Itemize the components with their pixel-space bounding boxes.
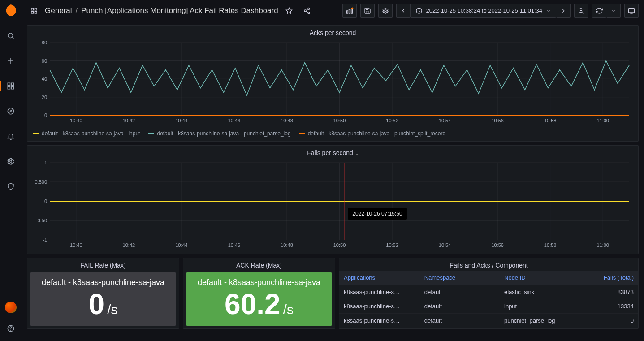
panel-ack-rate: ACK Rate (Max) default - k8saas-punchlin… — [183, 258, 335, 329]
search-icon[interactable] — [4, 29, 18, 43]
svg-text:-0.50: -0.50 — [36, 218, 47, 224]
add-panel-button[interactable] — [342, 4, 357, 18]
table-row[interactable]: k8saas-punchline-s…defaultpunchlet_parse… — [339, 313, 638, 328]
svg-text:10:52: 10:52 — [386, 118, 398, 123]
panel-title[interactable]: Fails and Acks / Component — [339, 258, 638, 271]
svg-point-18 — [308, 8, 310, 9]
svg-rect-4 — [8, 83, 10, 85]
legend-item[interactable]: default - k8saas-punchline-sa-java - pun… — [299, 130, 446, 137]
zoom-out-button[interactable] — [574, 4, 588, 18]
panel-title[interactable]: Acks per second — [27, 26, 638, 38]
save-button[interactable] — [360, 4, 375, 18]
time-back-button[interactable] — [396, 4, 411, 18]
legend-item[interactable]: default - k8saas-punchline-sa-java - pun… — [148, 130, 290, 137]
stat-label: default - k8saas-punchline-sa-java — [198, 278, 320, 287]
grafana-logo[interactable] — [4, 4, 18, 18]
stat-unit: /s — [283, 302, 294, 317]
panel-title[interactable]: FAIL Rate (Max) — [27, 258, 179, 272]
svg-text:1: 1 — [44, 160, 47, 165]
refresh-interval-button[interactable] — [606, 4, 621, 18]
dashboards-icon[interactable] — [4, 79, 18, 93]
svg-rect-24 — [349, 9, 350, 13]
table-header[interactable]: Fails (Total) — [560, 271, 638, 285]
tv-mode-button[interactable] — [624, 4, 639, 18]
configuration-icon[interactable] — [4, 154, 18, 168]
chart-fails[interactable]: -1-0.5000.500110:4010:4210:4410:4610:481… — [32, 160, 634, 250]
stat-unit: /s — [107, 302, 117, 317]
panel-title[interactable]: Fails per second⌄ — [27, 146, 638, 158]
time-forward-button[interactable] — [556, 4, 571, 18]
stat-label: default - k8saas-punchline-sa-java — [42, 278, 164, 287]
svg-line-22 — [306, 11, 308, 13]
breadcrumb-sep: / — [75, 6, 78, 15]
svg-text:10:44: 10:44 — [175, 243, 188, 248]
alerting-icon[interactable] — [4, 129, 18, 143]
breadcrumb-folder[interactable]: General — [45, 6, 72, 15]
svg-text:10:48: 10:48 — [281, 243, 293, 248]
table-row[interactable]: k8saas-punchline-s…defaultinput13334 — [339, 299, 638, 313]
svg-rect-7 — [11, 87, 13, 89]
svg-text:10:54: 10:54 — [439, 243, 451, 248]
svg-line-21 — [306, 9, 308, 10]
table-header[interactable]: Namespace — [420, 271, 500, 285]
svg-line-31 — [583, 12, 584, 13]
topbar: General / Punch [Applications Monitoring… — [22, 0, 644, 22]
svg-text:10:50: 10:50 — [333, 243, 346, 248]
svg-text:10:42: 10:42 — [123, 243, 135, 248]
legend-acks: default - k8saas-punchline-sa-java - inp… — [27, 129, 638, 141]
table-header[interactable]: Applications — [339, 271, 420, 285]
svg-text:11:00: 11:00 — [596, 118, 609, 123]
svg-point-19 — [304, 10, 306, 12]
svg-text:0: 0 — [44, 112, 47, 118]
chevron-down-icon: ⌄ — [355, 151, 359, 156]
svg-text:10:40: 10:40 — [70, 243, 82, 248]
svg-marker-9 — [9, 110, 12, 112]
star-icon[interactable] — [282, 4, 296, 18]
stat-value: 0 — [89, 290, 105, 319]
table-row[interactable]: k8saas-punchline-s…defaultelastic_sink83… — [339, 285, 638, 299]
svg-text:80: 80 — [42, 40, 47, 45]
svg-point-28 — [385, 10, 386, 12]
svg-text:11:00: 11:00 — [596, 243, 609, 248]
user-avatar[interactable] — [5, 302, 17, 313]
svg-text:10:46: 10:46 — [228, 243, 241, 248]
svg-text:10:46: 10:46 — [228, 118, 241, 123]
chart-acks[interactable]: 02040608010:4010:4210:4410:4610:4810:501… — [32, 40, 634, 125]
legend-item[interactable]: default - k8saas-punchline-sa-java - inp… — [33, 130, 140, 137]
svg-rect-16 — [35, 11, 37, 13]
share-icon[interactable] — [300, 4, 314, 18]
sidebar — [0, 0, 22, 341]
clock-icon — [415, 7, 423, 14]
settings-button[interactable] — [378, 4, 393, 18]
stat-card-ack: default - k8saas-punchline-sa-java 60.2 … — [186, 272, 332, 326]
stat-value: 60.2 — [225, 290, 281, 319]
svg-rect-33 — [628, 8, 634, 12]
server-admin-icon[interactable] — [4, 179, 18, 194]
chevron-down-icon — [546, 8, 551, 13]
create-icon[interactable] — [4, 54, 18, 68]
help-icon[interactable] — [4, 321, 18, 336]
panel-fail-rate: FAIL Rate (Max) default - k8saas-punchli… — [27, 258, 179, 329]
svg-text:10:52: 10:52 — [386, 243, 398, 248]
table-header[interactable]: Node ID — [500, 271, 560, 285]
svg-point-12 — [10, 330, 11, 330]
panel-fails-per-second: Fails per second⌄ -1-0.5000.500110:4010:… — [27, 145, 639, 254]
svg-text:60: 60 — [42, 58, 47, 64]
svg-rect-23 — [346, 11, 348, 13]
panel-title[interactable]: ACK Rate (Max) — [183, 258, 335, 272]
dashboard-grid-icon[interactable] — [27, 4, 41, 18]
svg-point-8 — [8, 108, 14, 114]
svg-text:10:50: 10:50 — [333, 118, 346, 123]
svg-text:0.500: 0.500 — [35, 180, 47, 185]
svg-text:40: 40 — [42, 76, 47, 82]
panel-fails-acks-table: Fails and Acks / Component ApplicationsN… — [339, 258, 639, 329]
refresh-button[interactable] — [592, 4, 606, 18]
svg-text:10:54: 10:54 — [439, 118, 451, 123]
svg-text:10:56: 10:56 — [491, 243, 504, 248]
breadcrumb-title[interactable]: Punch [Applications Monitoring] Ack Fail… — [81, 6, 278, 15]
explore-icon[interactable] — [4, 104, 18, 118]
time-range-picker[interactable]: 2022-10-25 10:38:24 to 2022-10-25 11:01:… — [411, 4, 557, 18]
svg-point-10 — [9, 160, 12, 163]
svg-point-20 — [308, 12, 310, 13]
svg-text:10:44: 10:44 — [175, 118, 188, 123]
